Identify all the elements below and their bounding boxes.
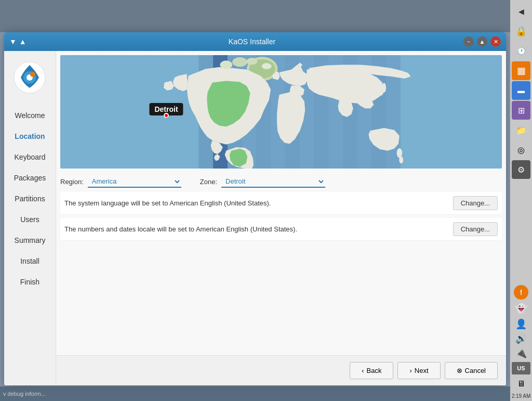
svg-point-24 [246, 58, 257, 64]
change-language-button[interactable]: Change... [453, 196, 498, 210]
back-chevron-icon: ‹ [362, 367, 364, 374]
zone-label: Zone: [200, 178, 217, 186]
svg-point-30 [397, 148, 403, 158]
kaos-logo [12, 59, 48, 96]
top-bar [0, 0, 532, 32]
rp-monitor-icon: 🖥 [512, 376, 530, 392]
title-bar-icon2: ▲ [19, 37, 26, 46]
bottom-navigation: ‹ Back › Next ⊗ Cancel [56, 355, 506, 385]
window-controls: − ▲ ✕ [463, 36, 501, 47]
region-label: Region: [60, 178, 84, 186]
rp-usb-icon: 🔌 [515, 347, 527, 359]
rp-lang-label[interactable]: US [512, 362, 530, 374]
language-info-text: The system language will be set to Ameri… [64, 199, 453, 207]
locale-info-text: The numbers and dates locale will be set… [64, 225, 453, 233]
region-zone-row: Region: America Europe Asia Africa Pacif… [56, 173, 506, 191]
content-area: Welcome Location Keyboard Packages Parti… [4, 51, 506, 385]
svg-point-29 [262, 63, 271, 69]
cancel-button[interactable]: ⊗ Cancel [445, 362, 498, 379]
rp-settings-icon[interactable]: ⚙ [512, 160, 530, 179]
next-button[interactable]: › Next [397, 362, 440, 379]
world-map[interactable] [60, 55, 502, 169]
change-locale-button[interactable]: Change... [453, 222, 498, 236]
sidebar-item-welcome[interactable]: Welcome [4, 106, 56, 125]
title-bar-icon: ▼ [9, 37, 17, 46]
rp-orange-app-icon[interactable]: ▦ [512, 61, 530, 80]
rp-person-icon: 👤 [515, 318, 527, 330]
installer-window: ▼ ▲ KaOS Installer − ▲ ✕ [4, 32, 506, 385]
language-info-row: The system language will be set to Ameri… [60, 192, 502, 215]
maximize-button[interactable]: ▲ [477, 36, 487, 47]
sidebar-item-install[interactable]: Install [4, 252, 56, 270]
map-container[interactable]: Detroit [60, 55, 502, 169]
svg-point-31 [399, 157, 403, 163]
region-select[interactable]: America Europe Asia Africa Pacific [88, 176, 181, 188]
sidebar-item-partitions[interactable]: Partitions [4, 189, 56, 208]
sidebar-item-summary[interactable]: Summary [4, 231, 56, 250]
debug-text: v debug inform... [3, 391, 46, 397]
right-panel: ◀ 🔒 🕐 ▦ ▬ ⊞ 📁 ◎ ⚙ ! 👻 👤 🔊 🔌 US 🖥 2:19 AM [510, 0, 532, 401]
sidebar: Welcome Location Keyboard Packages Parti… [4, 51, 56, 385]
sidebar-item-finish[interactable]: Finish [4, 273, 56, 291]
rp-clock-display: 2:19 AM [512, 393, 531, 401]
rp-rainbow-icon[interactable]: ◎ [512, 140, 530, 159]
rp-exclamation-icon: ! [514, 285, 528, 300]
cancel-icon: ⊗ [457, 367, 462, 374]
sidebar-item-packages[interactable]: Packages [4, 169, 56, 187]
locale-info-row: The numbers and dates locale will be set… [60, 218, 502, 241]
back-button[interactable]: ‹ Back [350, 362, 393, 379]
window-title: KaOS Installer [41, 37, 463, 46]
sidebar-item-users[interactable]: Users [4, 210, 56, 229]
rp-kaos-icon[interactable]: ◀ [512, 2, 530, 21]
rp-clock-icon[interactable]: 🕐 [512, 42, 530, 60]
svg-point-28 [382, 83, 386, 93]
debug-bar: v debug inform... [0, 386, 510, 401]
svg-point-22 [220, 61, 232, 69]
rp-blue-app-icon[interactable]: ▬ [512, 81, 530, 100]
rp-volume-icon[interactable]: 🔊 [515, 333, 527, 344]
zone-select[interactable]: Detroit New_York Chicago Denver Los_Ange… [221, 176, 325, 188]
sidebar-item-keyboard[interactable]: Keyboard [4, 148, 56, 166]
svg-point-23 [232, 57, 247, 67]
location-dot [164, 113, 169, 118]
sidebar-item-location[interactable]: Location [4, 127, 56, 146]
rp-grid-icon[interactable]: ⊞ [512, 101, 530, 120]
rp-ghost-icon: 👻 [515, 303, 528, 315]
close-button[interactable]: ✕ [490, 36, 501, 47]
next-chevron-icon: › [409, 367, 411, 374]
svg-point-26 [272, 74, 276, 80]
rp-folder-icon[interactable]: 📁 [512, 121, 530, 139]
main-panel: Detroit Region: America Europe Asia Afri… [56, 51, 506, 385]
title-bar: ▼ ▲ KaOS Installer − ▲ ✕ [4, 32, 506, 51]
minimize-button[interactable]: − [463, 36, 474, 47]
rp-lock-icon[interactable]: 🔒 [512, 22, 530, 41]
svg-point-3 [30, 72, 35, 77]
